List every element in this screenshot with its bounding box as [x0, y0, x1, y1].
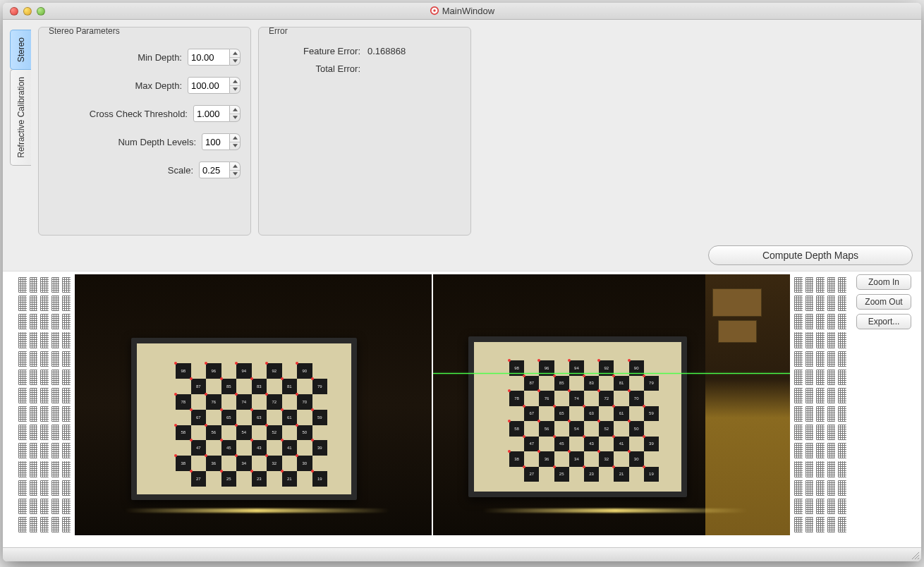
thumbnail-cell [827, 480, 836, 496]
checker-square [267, 440, 282, 456]
thumbnail-cell [816, 295, 825, 311]
checker-square: 74 [236, 394, 252, 410]
checker-square [629, 406, 644, 422]
thumbnail-cell [30, 277, 38, 293]
scale-step-down[interactable] [230, 170, 240, 178]
checker-square: 32 [267, 456, 282, 471]
checker-square [236, 379, 252, 394]
thumbnail-cell [62, 370, 71, 385]
checker-square [297, 440, 312, 456]
titlebar: MainWindow [3, 3, 921, 20]
checker-square: 85 [554, 376, 569, 391]
max-depth-step-up[interactable] [230, 78, 240, 85]
checker-square: 52 [267, 425, 282, 441]
min-depth-step-down[interactable] [230, 57, 240, 66]
thumbnail-cell [62, 351, 71, 367]
thumbnail-cell [62, 425, 71, 440]
checker-square: 19 [312, 471, 328, 487]
thumbnail-cell [40, 277, 49, 293]
checker-square [282, 425, 298, 441]
checker-square [252, 363, 267, 379]
checker-square: 96 [206, 363, 221, 379]
checker-square: 43 [252, 440, 267, 456]
stereo-viewer[interactable]: 9896949290878583817978767472706765636159… [14, 274, 851, 535]
thumbnail-cell [816, 314, 825, 329]
thumbnail-cell [30, 517, 38, 532]
checker-square [569, 467, 584, 482]
viewer-side-buttons: Zoom In Zoom Out Export... [856, 274, 913, 543]
checker-square: 61 [282, 410, 298, 425]
thumbnail-cell [827, 277, 836, 293]
thumbnail-cell [30, 443, 38, 458]
window-title: MainWindow [3, 6, 921, 16]
thumbnail-cell [18, 517, 27, 532]
zoom-icon[interactable] [37, 7, 45, 16]
checker-square [614, 391, 628, 406]
cross-check-label: Cross Check Threshold: [49, 109, 188, 119]
thumbnail-cell [18, 425, 27, 440]
checker-square [206, 440, 221, 456]
feature-error-value: 0.168868 [367, 46, 406, 56]
cross-check-step-up[interactable] [230, 106, 240, 114]
num-levels-step-down[interactable] [230, 142, 240, 150]
num-levels-step-up[interactable] [230, 134, 240, 142]
tab-refractive[interactable]: Refractive Calibration [10, 69, 31, 166]
thumbnail-cell [18, 314, 27, 329]
thumbnail-cell [40, 461, 49, 477]
compute-depth-maps-button[interactable]: Compute Depth Maps [708, 245, 913, 265]
thumbnail-cell [838, 406, 846, 422]
min-depth-step-up[interactable] [230, 49, 240, 57]
minimize-icon[interactable] [23, 7, 32, 16]
thumbnail-cell [827, 388, 836, 403]
checker-square: 47 [191, 440, 207, 456]
checker-square: 25 [554, 467, 569, 482]
thumbnail-cell [838, 480, 846, 496]
thumbnail-cell [806, 517, 814, 532]
thumbnail-cell [18, 332, 27, 348]
thumbnail-cell [806, 406, 814, 422]
thumbnail-cell [816, 499, 825, 514]
checker-square: 50 [629, 421, 644, 437]
tab-stereo-label: Stereo [13, 30, 29, 69]
min-depth-input[interactable] [188, 49, 230, 66]
zoom-out-button[interactable]: Zoom Out [856, 294, 911, 310]
thumbnail-cell [18, 499, 27, 514]
scale-input[interactable] [199, 161, 230, 178]
checker-square: 43 [584, 437, 599, 452]
checker-square: 41 [614, 437, 628, 452]
svg-point-0 [431, 7, 439, 15]
thumbnail-cell [18, 461, 27, 477]
cross-check-input[interactable] [193, 105, 230, 122]
thumbnail-cell [806, 480, 814, 496]
num-levels-input[interactable] [202, 133, 230, 150]
checker-square [282, 456, 298, 471]
checker-square [221, 363, 237, 379]
checker-square [176, 410, 191, 425]
cross-check-step-down[interactable] [230, 114, 240, 122]
thumbnail-cell [838, 388, 846, 403]
checker-square [599, 406, 614, 422]
checker-square [221, 425, 237, 441]
zoom-in-button[interactable]: Zoom In [856, 274, 911, 290]
svg-line-4 [918, 558, 919, 559]
thumbnail-cell [30, 499, 38, 514]
scale-step-up[interactable] [230, 162, 240, 170]
close-icon[interactable] [10, 7, 18, 16]
thumbnail-cell [827, 370, 836, 385]
checker-square: 70 [297, 394, 312, 410]
checker-square: 67 [524, 406, 539, 422]
checker-square [312, 456, 328, 471]
max-depth-input[interactable] [188, 77, 230, 94]
export-button[interactable]: Export... [856, 314, 911, 329]
thumbnail-cell [806, 332, 814, 348]
thumbnail-cell [62, 388, 71, 403]
thumbnail-cell [816, 461, 825, 477]
resize-grip-icon[interactable] [910, 550, 920, 560]
thumbnail-cell [794, 295, 803, 311]
checker-square: 30 [629, 451, 644, 467]
total-error-label: Total Error: [269, 63, 360, 74]
tab-stereo[interactable]: Stereo [10, 30, 31, 70]
checker-square: 23 [584, 467, 599, 482]
checker-square: 21 [614, 467, 628, 482]
max-depth-step-down[interactable] [230, 85, 240, 94]
